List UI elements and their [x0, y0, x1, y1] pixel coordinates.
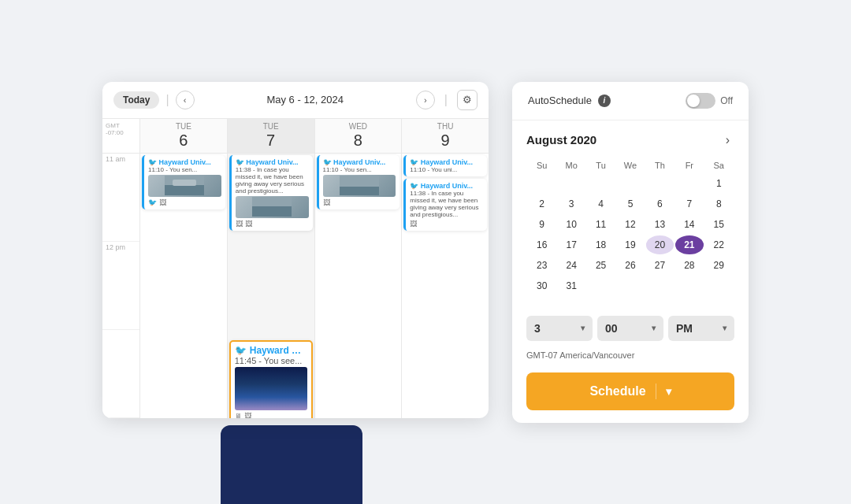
- event-time-tue: 11:38 - In case you missed it, we have b…: [236, 166, 309, 195]
- event-time-thu-2: 11:38 - In case you missed it, we have b…: [410, 190, 483, 218]
- time-slot-empty: [102, 330, 139, 418]
- day-header-mon: Tue 6: [140, 119, 227, 154]
- cal-day-6[interactable]: 6: [646, 195, 674, 213]
- minute-value: 00: [605, 322, 618, 335]
- schedule-btn-chevron-icon: ▾: [666, 385, 671, 398]
- cal-day-empty: [646, 276, 674, 295]
- cal-day-12[interactable]: 12: [616, 215, 644, 234]
- cal-day-23[interactable]: 23: [528, 256, 556, 275]
- schedule-button[interactable]: Schedule ▾: [526, 372, 734, 410]
- cal-day-28[interactable]: 28: [675, 256, 703, 275]
- day-col-tue: Tue 7 🐦 Hayward Univ... 11:38 - In case …: [228, 119, 315, 418]
- mini-cal-title: August 2020: [526, 133, 596, 146]
- cal-day-4[interactable]: 4: [587, 195, 615, 213]
- cal-day-26[interactable]: 26: [616, 256, 644, 275]
- event-card-thu-1[interactable]: 🐦 Hayward Univ... 11:10 - You uni...: [403, 155, 487, 176]
- cal-day-18[interactable]: 18: [587, 235, 615, 254]
- minute-chevron-icon: ▾: [652, 324, 656, 332]
- prev-week-button[interactable]: ‹: [176, 91, 195, 109]
- cal-day-empty: [587, 276, 615, 295]
- day-header-tue: Tue 7: [228, 119, 314, 154]
- svg-rect-2: [173, 180, 196, 186]
- hour-select[interactable]: 3 ▾: [526, 316, 593, 341]
- time-column: GMT-07:00 11 am 12 pm: [102, 119, 140, 418]
- cal-day-31[interactable]: 31: [557, 276, 585, 295]
- cal-day-13[interactable]: 13: [646, 215, 674, 234]
- day-name-thu: Thu: [437, 122, 454, 131]
- cal-day-16[interactable]: 16: [528, 235, 556, 254]
- cal-day-15[interactable]: 15: [705, 215, 733, 234]
- dow-mo: Mo: [557, 158, 585, 172]
- day-name-mon: Tue: [176, 122, 191, 131]
- day-header-thu: Thu 9: [402, 119, 489, 154]
- cal-day-20[interactable]: 20: [646, 235, 674, 254]
- cal-day-11[interactable]: 11: [587, 215, 615, 234]
- event-time-wed: 11:10 - You sen...: [323, 166, 396, 173]
- cal-day-24[interactable]: 24: [557, 256, 585, 275]
- cal-day-2[interactable]: 2: [528, 195, 556, 213]
- cal-day-5[interactable]: 5: [616, 195, 644, 213]
- day-num-mon: 6: [179, 131, 188, 150]
- event-time-thu-1: 11:10 - You uni...: [410, 166, 483, 173]
- cal-day-19[interactable]: 19: [616, 235, 644, 254]
- cal-day-21[interactable]: 21: [675, 235, 703, 254]
- week-row-1: 1: [528, 174, 733, 193]
- main-container: Today | ‹ May 6 - 12, 2024 › | ⚙ GMT-07:…: [102, 82, 749, 423]
- event-image-tue: [236, 196, 309, 218]
- day-name-wed: Wed: [349, 122, 367, 131]
- event-footer-wed: 🖼: [323, 198, 396, 206]
- toggle-track[interactable]: [686, 93, 715, 109]
- period-select[interactable]: PM ▾: [668, 316, 734, 341]
- cal-day-empty: [675, 276, 703, 295]
- schedule-btn-label: Schedule: [589, 384, 645, 398]
- cal-day-25[interactable]: 25: [587, 256, 615, 275]
- event-footer-thu: 🖼: [410, 220, 483, 228]
- event-title: 🐦 Hayward Univ...: [148, 158, 221, 166]
- cal-day-8[interactable]: 8: [705, 195, 733, 213]
- cal-day-22[interactable]: 22: [705, 235, 733, 254]
- cal-day-14[interactable]: 14: [675, 215, 703, 234]
- cal-day-10[interactable]: 10: [557, 215, 585, 234]
- schedule-btn-row: Schedule ▾: [512, 366, 749, 423]
- event-card-mon-1[interactable]: 🐦 Hayward Univ... 11:10 - You sen... 🐦 🖼: [142, 155, 225, 209]
- day-col-mon: Tue 6 🐦 Hayward Univ... 11:10 - You sen.…: [140, 119, 228, 418]
- week-row-3: 9 10 11 12 13 14 15: [528, 215, 733, 234]
- auto-schedule-label: AutoSchedule: [528, 94, 592, 106]
- event-card-tue-1[interactable]: 🐦 Hayward Univ... 11:38 - In case you mi…: [229, 155, 313, 231]
- event-image-wed: [323, 175, 396, 197]
- toggle-switch[interactable]: Off: [686, 93, 733, 109]
- toggle-thumb: [687, 94, 700, 107]
- event-card-featured-tue[interactable]: 🐦 Hayward Unive... 11:45 - You see... 🖥 …: [229, 340, 313, 418]
- event-card-thu-2[interactable]: 🐦 Hayward Univ... 11:38 - In case you mi…: [403, 179, 487, 231]
- cal-day-29[interactable]: 29: [705, 256, 733, 275]
- image-icon-2: 🖼: [245, 220, 252, 228]
- day-events-wed: 🐦 Hayward Univ... 11:10 - You sen... 🖼: [315, 154, 402, 418]
- cal-day-1[interactable]: 1: [705, 174, 733, 193]
- cal-day-3[interactable]: 3: [557, 195, 585, 213]
- featured-title: Hayward Unive...: [250, 345, 307, 356]
- cal-day-empty: [528, 174, 556, 193]
- image-icon-wed: 🖼: [323, 198, 330, 206]
- cal-day-27[interactable]: 27: [646, 256, 674, 275]
- cal-day-9[interactable]: 9: [528, 215, 556, 234]
- mini-cal-next-button[interactable]: ›: [721, 132, 734, 149]
- svg-rect-1: [165, 185, 204, 195]
- day-num-wed: 8: [354, 131, 362, 150]
- minute-select[interactable]: 00 ▾: [597, 316, 663, 341]
- featured-icon-1: 🖥: [235, 412, 242, 418]
- next-week-button[interactable]: ›: [416, 91, 435, 109]
- day-header-wed: Wed 8: [315, 119, 402, 154]
- week-grid: GMT-07:00 11 am 12 pm Tue 6 🐦 Hayward Un: [102, 119, 489, 418]
- today-button[interactable]: Today: [113, 91, 159, 109]
- days-of-week-row: Su Mo Tu We Th Fr Sa: [528, 158, 733, 172]
- calendar-settings-button[interactable]: ⚙: [457, 90, 478, 110]
- cal-day-7[interactable]: 7: [675, 195, 703, 213]
- cal-day-30[interactable]: 30: [528, 276, 556, 295]
- event-footer: 🐦 🖼: [148, 198, 221, 206]
- event-card-wed-1[interactable]: 🐦 Hayward Univ... 11:10 - You sen... 🖼: [317, 155, 400, 209]
- svg-rect-4: [252, 206, 292, 217]
- image-icon: 🖼: [159, 198, 166, 206]
- cal-day-17[interactable]: 17: [557, 235, 585, 254]
- info-icon[interactable]: i: [598, 94, 611, 107]
- btn-divider: [656, 384, 656, 399]
